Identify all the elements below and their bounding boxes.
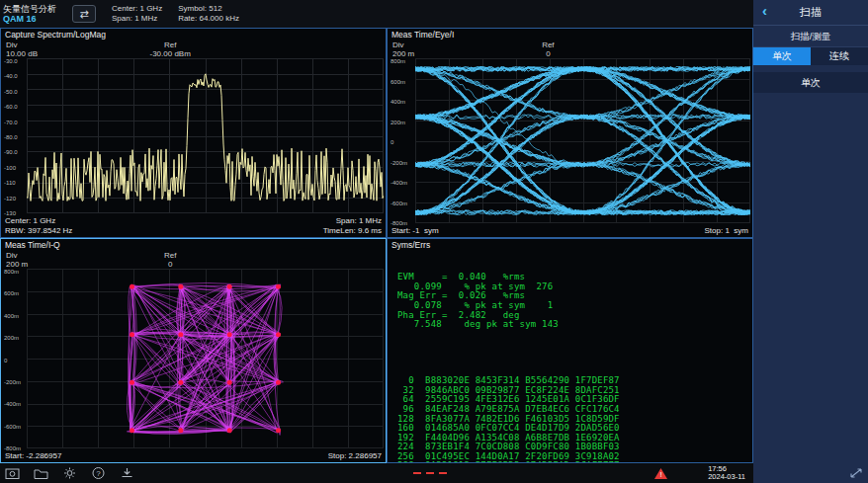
ref-readout: Ref -30.00 dBm [149, 40, 190, 58]
eye-trace-canvas[interactable] [415, 58, 750, 223]
freq-summary: Center: 1 GHz Span: 1 MHz [112, 4, 162, 24]
list-item: -800m [391, 220, 412, 226]
eye-scale-header: Div 200 m Ref 0 [388, 40, 752, 58]
spectrum-trace-canvas[interactable] [27, 58, 384, 213]
list-item: -120 [4, 196, 26, 201]
bottombar-right: ! 17:56 2024-03-11 [652, 465, 749, 482]
center-freq-label: Center: 1 GHz [112, 4, 162, 14]
spectrum-y-axis-labels: -30.0-40.0-50.0-60.0-70.0-80.0-90.0-100-… [4, 58, 26, 216]
screenshot-icon[interactable] [4, 466, 20, 480]
single-sweep-button[interactable]: 单次 [753, 72, 868, 93]
spectrum-center-label: Center: 1 GHz [5, 216, 55, 226]
list-item: 400m [391, 99, 412, 105]
sidebar-title: 扫描 [800, 5, 822, 20]
settings-gear-icon[interactable] [61, 466, 77, 480]
list-item: 7.548 deg pk at sym 143 [397, 320, 752, 330]
error-statistics: EVM = 0.040 %rms 0.099 % pk at sym 276Ma… [397, 273, 752, 330]
clock: 17:56 2024-03-11 [708, 465, 745, 482]
iq-y-axis-labels: 800m600m400m200m0-200m-400m-600m-800m [4, 269, 26, 451]
list-item: -90.0 [4, 149, 26, 155]
div-readout: Div 200 m [6, 251, 28, 269]
ref-value: 0 [168, 260, 172, 269]
iq-footer: Start: -2.286957 Stop: 2.286957 [1, 451, 386, 462]
symbol-label: Symbol: 512 [178, 4, 239, 14]
list-item: -600m [391, 201, 412, 206]
repeat-icon[interactable]: ⇄ [72, 5, 96, 23]
eye-y-axis-labels: 800m600m400m200m0-200m-400m-600m-800m [391, 58, 412, 226]
topbar: 矢量信号分析 QAM 16 ⇄ Center: 1 GHz Span: 1 MH… [0, 0, 753, 28]
list-item: -100 [4, 165, 26, 171]
panel-title: Meas Time/I-Q [1, 239, 386, 251]
eye-plot: 800m600m400m200m0-200m-400m-600m-800m [390, 58, 750, 226]
list-item: -800m [4, 445, 26, 451]
warning-icon[interactable]: ! [652, 466, 668, 480]
list-item: -200m [391, 160, 412, 166]
spectrum-plot: -30.0-40.0-50.0-60.0-70.0-80.0-90.0-100-… [3, 58, 384, 216]
app-title: 矢量信号分析 [3, 4, 56, 14]
div-label: Div [6, 251, 28, 260]
constellation-panel[interactable]: Meas Time/I-Q Div 200 m Ref 0 800m600m40… [0, 238, 387, 463]
spectrum-scale-header: Div 10.00 dB Ref -30.00 dBm [1, 40, 386, 58]
ref-label: Ref [164, 40, 176, 49]
panel-title: Syms/Errs [388, 239, 752, 251]
panel-title: Meas Time/Eye/I [388, 29, 752, 40]
panel-title: Capture Spectrum/LogMag [1, 29, 386, 40]
list-item: 0 [391, 139, 412, 145]
list-item: 600m [391, 79, 412, 85]
iq-scale-header: Div 200 m Ref 0 [1, 251, 386, 269]
list-item: -110 [4, 180, 26, 186]
list-item: 200m [4, 335, 26, 341]
spectrum-footer: Center: 1 GHz Span: 1 MHz RBW: 397.8542 … [1, 216, 386, 237]
app-window: 矢量信号分析 QAM 16 ⇄ Center: 1 GHz Span: 1 MH… [0, 0, 868, 483]
folder-icon[interactable] [33, 466, 48, 480]
iq-plot: 800m600m400m200m0-200m-400m-600m-800m [3, 269, 384, 451]
help-icon[interactable]: ? [90, 466, 106, 480]
resize-expand-icon[interactable] [849, 467, 863, 479]
div-label: Div [392, 40, 414, 49]
sidebar-header: ‹ 扫描 [753, 0, 868, 26]
single-mode-button[interactable]: 单次 [753, 47, 811, 65]
list-item: -50.0 [4, 89, 26, 95]
spectrum-span-label: Span: 1 MHz [336, 216, 382, 226]
back-icon[interactable]: ‹ [762, 2, 767, 19]
list-item: -400m [4, 401, 26, 407]
status-dashes [413, 472, 447, 474]
date-label: 2024-03-11 [708, 473, 745, 482]
sweep-mode-segmented-control: 单次 连续 [753, 47, 868, 65]
constellation-canvas[interactable] [27, 269, 384, 448]
modulation-label: QAM 16 [3, 14, 56, 24]
spectrum-rbw-label: RBW: 397.8542 Hz [5, 226, 72, 236]
ref-label: Ref [164, 251, 176, 260]
spacer [397, 349, 752, 358]
list-item: -200m [4, 379, 26, 385]
span-label: Span: 1 MHz [112, 14, 162, 24]
syms-errs-panel[interactable]: Syms/Errs EVM = 0.040 %rms 0.099 % pk at… [387, 238, 753, 463]
div-value: 10.00 dB [6, 49, 38, 58]
list-item: -130 [4, 210, 26, 216]
app-identity: 矢量信号分析 QAM 16 [3, 4, 56, 24]
list-item: 0 [4, 358, 26, 363]
iq-start-label: Start: -2.286957 [5, 451, 61, 461]
svg-text:?: ? [96, 469, 101, 478]
svg-text:!: ! [659, 470, 661, 479]
ref-value: -30.00 dBm [149, 49, 190, 58]
symbol-hex-table: 0 B883020E 8453F314 B5564290 1F7DEF87 32… [397, 376, 752, 463]
list-item: -400m [391, 180, 412, 186]
div-label: Div [6, 40, 38, 49]
bottombar: ? ! 17:56 2024-03-11 [0, 463, 753, 483]
continuous-mode-button[interactable]: 连续 [811, 47, 868, 65]
eye-start-label: Start: -1 sym [391, 226, 439, 236]
spectrum-panel[interactable]: Capture Spectrum/LogMag Div 10.00 dB Ref… [0, 28, 387, 238]
list-item: -30.0 [4, 58, 26, 64]
div-value: 200 m [6, 260, 28, 269]
div-readout: Div 200 m [392, 40, 414, 58]
list-item: 800m [4, 269, 26, 275]
save-download-icon[interactable] [119, 466, 134, 480]
list-item: 200m [391, 120, 412, 125]
div-value: 200 m [392, 49, 414, 58]
iq-stop-label: Stop: 2.286957 [328, 451, 382, 461]
syms-errs-text: EVM = 0.040 %rms 0.099 % pk at sym 276Ma… [388, 251, 752, 463]
rate-label: Rate: 64.000 kHz [178, 14, 239, 24]
eye-diagram-panel[interactable]: Meas Time/Eye/I Div 200 m Ref 0 800m600m… [387, 28, 753, 238]
list-item: -70.0 [4, 120, 26, 125]
